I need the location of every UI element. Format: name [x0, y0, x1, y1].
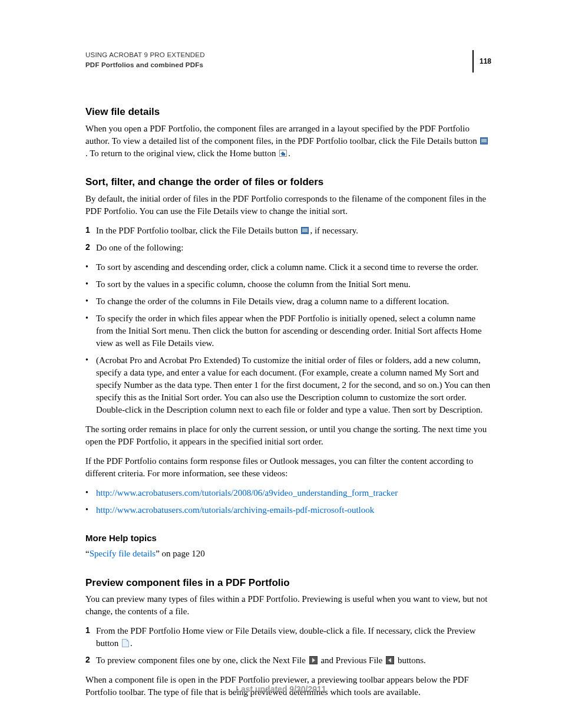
list-item: •To sort by ascending and descending ord… [85, 261, 491, 274]
section-preview-component-files: Preview component files in a PDF Portfol… [85, 576, 491, 699]
file-details-icon [301, 227, 309, 234]
file-details-icon [480, 137, 488, 144]
next-file-icon [309, 656, 318, 664]
heading: Sort, filter, and change the order of fi… [85, 175, 491, 189]
heading: More Help topics [85, 532, 491, 544]
document-page: USING ACROBAT 9 PRO EXTENDED PDF Portfol… [0, 0, 562, 728]
body-text: By default, the initial order of files i… [85, 193, 491, 218]
tutorial-link[interactable]: http://www.acrobatusers.com/tutorials/20… [96, 488, 398, 498]
step-item: 2 Do one of the following: [85, 242, 491, 254]
cross-ref-link[interactable]: Specify file details [90, 549, 156, 558]
list-item: •http://www.acrobatusers.com/tutorials/2… [85, 487, 491, 499]
numbered-steps: 1 From the PDF Portfolio Home view or Fi… [85, 625, 491, 667]
heading: Preview component files in a PDF Portfol… [85, 576, 491, 590]
tutorial-link[interactable]: http://www.acrobatusers.com/tutorials/ar… [96, 505, 374, 515]
page-number: 118 [472, 50, 491, 73]
link-list: •http://www.acrobatusers.com/tutorials/2… [85, 487, 491, 516]
more-help-topics: More Help topics “Specify file details” … [85, 532, 491, 561]
list-item: •To specify the order in which files app… [85, 312, 491, 350]
list-item: •(Acrobat Pro and Acrobat Pro Extended) … [85, 354, 491, 416]
step-item: 1 From the PDF Portfolio Home view or Fi… [85, 625, 491, 650]
numbered-steps: 1 In the PDF Portfolio toolbar, click th… [85, 225, 491, 254]
list-item: •http://www.acrobatusers.com/tutorials/a… [85, 504, 491, 516]
page-header: USING ACROBAT 9 PRO EXTENDED PDF Portfol… [85, 50, 491, 73]
step-item: 2 To preview component files one by one,… [85, 654, 491, 667]
previous-file-icon [386, 656, 394, 664]
step-item: 1 In the PDF Portfolio toolbar, click th… [85, 225, 491, 237]
body-text: You can preview many types of files with… [85, 593, 491, 618]
body-text: The sorting order remains in place for o… [85, 423, 491, 448]
heading: View file details [85, 105, 491, 119]
page-footer: Last updated 9/30/2011 [0, 684, 562, 696]
body-text: If the PDF Portfolio contains form respo… [85, 455, 491, 480]
list-item: •To change the order of the columns in F… [85, 295, 491, 308]
help-reference: “Specify file details” on page 120 [85, 546, 491, 561]
section-sort-filter: Sort, filter, and change the order of fi… [85, 175, 491, 516]
list-item: •To sort by the values in a specific col… [85, 278, 491, 291]
preview-icon [122, 639, 129, 647]
bullet-list: •To sort by ascending and descending ord… [85, 261, 491, 416]
section-view-file-details: View file details When you open a PDF Po… [85, 105, 491, 160]
doc-title: USING ACROBAT 9 PRO EXTENDED [85, 50, 472, 60]
body-text: When you open a PDF Portfolio, the compo… [85, 123, 491, 160]
home-icon [279, 150, 287, 157]
doc-section: PDF Portfolios and combined PDFs [85, 60, 472, 70]
